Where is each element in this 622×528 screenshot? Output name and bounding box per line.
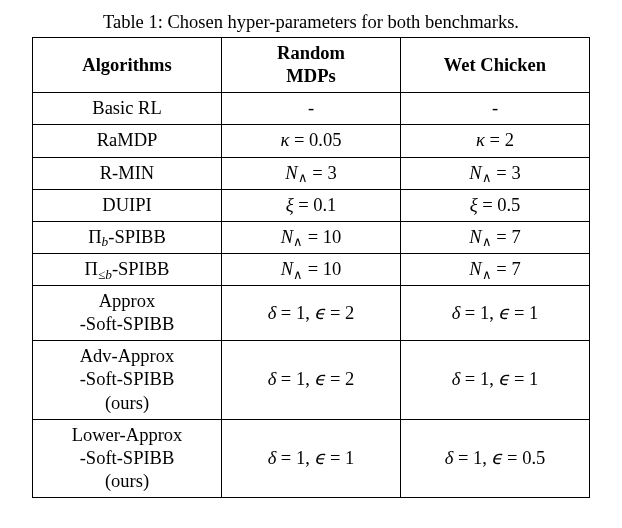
cell-random-mdps: N∧ = 3 — [222, 157, 401, 189]
table-caption: Table 1: Chosen hyper-parameters for bot… — [24, 12, 598, 33]
table-row: RaMDPκ = 0.05κ = 2 — [33, 125, 590, 157]
cell-algorithm: Π≤b-SPIBB — [33, 253, 222, 285]
cell-wet-chicken: - — [401, 93, 590, 125]
cell-wet-chicken: ξ = 0.5 — [401, 189, 590, 221]
cell-random-mdps: - — [222, 93, 401, 125]
cell-algorithm: Adv-Approx-Soft-SPIBB(ours) — [33, 341, 222, 419]
table-row: Approx-Soft-SPIBBδ = 1, ϵ = 2δ = 1, ϵ = … — [33, 286, 590, 341]
table-row: Π≤b-SPIBBN∧ = 10N∧ = 7 — [33, 253, 590, 285]
cell-wet-chicken: δ = 1, ϵ = 0.5 — [401, 419, 590, 497]
cell-random-mdps: N∧ = 10 — [222, 253, 401, 285]
cell-wet-chicken: N∧ = 7 — [401, 253, 590, 285]
cell-algorithm: Lower-Approx-Soft-SPIBB(ours) — [33, 419, 222, 497]
cell-wet-chicken: δ = 1, ϵ = 1 — [401, 341, 590, 419]
table-row: Πb-SPIBBN∧ = 10N∧ = 7 — [33, 221, 590, 253]
cell-algorithm: DUIPI — [33, 189, 222, 221]
cell-algorithm: Πb-SPIBB — [33, 221, 222, 253]
cell-random-mdps: δ = 1, ϵ = 2 — [222, 341, 401, 419]
table-row: Lower-Approx-Soft-SPIBB(ours)δ = 1, ϵ = … — [33, 419, 590, 497]
cell-random-mdps: ξ = 0.1 — [222, 189, 401, 221]
column-header-algorithms: Algorithms — [33, 38, 222, 93]
hyperparameters-table: Algorithms Random MDPs Wet Chicken Basic… — [32, 37, 590, 498]
cell-random-mdps: N∧ = 10 — [222, 221, 401, 253]
column-header-random-mdps: Random MDPs — [222, 38, 401, 93]
column-header-random-line2: MDPs — [286, 66, 335, 86]
table-row: R-MINN∧ = 3N∧ = 3 — [33, 157, 590, 189]
cell-algorithm: Approx-Soft-SPIBB — [33, 286, 222, 341]
table-body: Basic RL--RaMDPκ = 0.05κ = 2R-MINN∧ = 3N… — [33, 93, 590, 498]
cell-algorithm: R-MIN — [33, 157, 222, 189]
table-header-row: Algorithms Random MDPs Wet Chicken — [33, 38, 590, 93]
column-header-wet-chicken: Wet Chicken — [401, 38, 590, 93]
column-header-random-line1: Random — [277, 43, 345, 63]
table-row: Basic RL-- — [33, 93, 590, 125]
cell-algorithm: Basic RL — [33, 93, 222, 125]
cell-random-mdps: κ = 0.05 — [222, 125, 401, 157]
cell-wet-chicken: N∧ = 3 — [401, 157, 590, 189]
cell-random-mdps: δ = 1, ϵ = 2 — [222, 286, 401, 341]
table-row: DUIPIξ = 0.1ξ = 0.5 — [33, 189, 590, 221]
cell-wet-chicken: N∧ = 7 — [401, 221, 590, 253]
cell-random-mdps: δ = 1, ϵ = 1 — [222, 419, 401, 497]
cell-wet-chicken: κ = 2 — [401, 125, 590, 157]
table-row: Adv-Approx-Soft-SPIBB(ours)δ = 1, ϵ = 2δ… — [33, 341, 590, 419]
cell-wet-chicken: δ = 1, ϵ = 1 — [401, 286, 590, 341]
cell-algorithm: RaMDP — [33, 125, 222, 157]
